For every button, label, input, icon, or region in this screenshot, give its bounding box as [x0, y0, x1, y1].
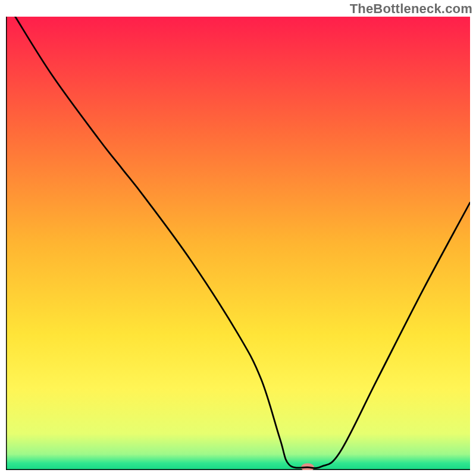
chart-plot — [6, 17, 470, 470]
watermark-text: TheBottleneck.com — [350, 1, 472, 17]
chart-frame: TheBottleneck.com — [0, 0, 476, 476]
chart-background — [6, 17, 470, 470]
chart-svg — [6, 17, 470, 470]
